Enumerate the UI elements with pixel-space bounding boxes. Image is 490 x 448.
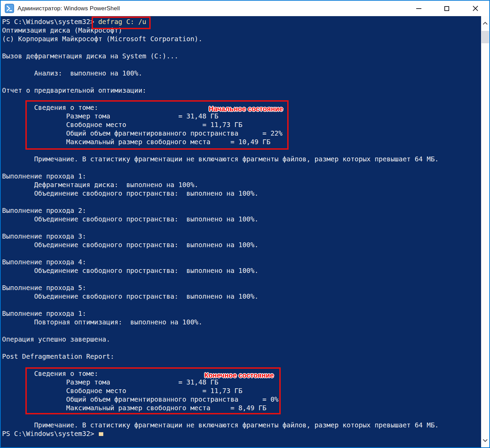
console-line: Размер тома = 31,48 ГБ xyxy=(2,378,481,387)
console-line: Выполнение прохода 1: xyxy=(2,172,481,181)
maximize-icon xyxy=(444,6,449,11)
console-line xyxy=(2,163,481,172)
console-line: Общий объем фрагментированного пространс… xyxy=(2,395,481,404)
console-line: Операция успешно завершена. xyxy=(2,335,481,344)
console-line: Размер тома = 31,48 ГБ xyxy=(2,112,481,120)
console-line: Свободное место = 11,73 ГБ xyxy=(2,387,481,395)
console-line: Выполнение прохода 2: xyxy=(2,206,481,215)
console-line xyxy=(2,301,481,309)
console-line xyxy=(2,43,481,52)
console-line: Максимальный размер свободного места = 1… xyxy=(2,138,481,146)
console-line xyxy=(2,95,481,103)
console-line: Дефрагментация диска: выполнено на 100%. xyxy=(2,181,481,189)
console-line: Выполнение прохода 4: xyxy=(2,258,481,266)
console-line: Общий объем фрагментированного пространс… xyxy=(2,129,481,138)
scrollbar-thumb[interactable] xyxy=(481,31,489,43)
chevron-down-icon xyxy=(482,438,488,443)
console-line: Повторная оптимизация: выполнено на 100%… xyxy=(2,318,481,326)
console-line: Объединение свободного пространства: вып… xyxy=(2,241,481,249)
close-icon xyxy=(472,5,478,11)
scrollbar[interactable] xyxy=(481,16,489,447)
console-output[interactable]: PS C:\Windows\system32> defrag C: /uОпти… xyxy=(1,16,481,447)
console-line: Объединение свободного пространства: вып… xyxy=(2,266,481,275)
console-line xyxy=(2,198,481,206)
close-button[interactable] xyxy=(465,1,486,16)
console-lines: PS C:\Windows\system32> defrag C: /uОпти… xyxy=(2,18,481,438)
chevron-up-icon xyxy=(482,21,488,26)
minimize-button[interactable] xyxy=(408,1,429,16)
console-line: Отчет о предварительной оптимизации: xyxy=(2,86,481,95)
console-line: Примечание. В статистику фрагментации не… xyxy=(2,155,481,163)
console-line xyxy=(2,146,481,155)
console-line: (c) Корпорация Майкрософт (Microsoft Cor… xyxy=(2,35,481,43)
scroll-down-button[interactable] xyxy=(481,434,489,446)
console-line: Объединение свободного пространства: вып… xyxy=(2,189,481,198)
console-line xyxy=(2,223,481,232)
console-line xyxy=(2,361,481,369)
powershell-icon xyxy=(5,4,14,13)
console-line: Максимальный размер свободного места = 8… xyxy=(2,404,481,412)
console-line: Post Defragmentation Report: xyxy=(2,352,481,361)
minimize-icon xyxy=(416,8,421,9)
console-line: PS C:\Windows\system32> xyxy=(2,429,481,438)
text-cursor xyxy=(99,432,103,436)
console-line: Вызов дефрагментация диска на System (C:… xyxy=(2,52,481,60)
console-line xyxy=(2,78,481,86)
window-title: Администратор: Windows PowerShell xyxy=(18,5,120,12)
scroll-up-button[interactable] xyxy=(481,18,489,29)
console-line xyxy=(2,412,481,421)
console-line xyxy=(2,275,481,284)
powershell-window: Администратор: Windows PowerShell PS C:\… xyxy=(0,0,490,448)
console-line xyxy=(2,60,481,69)
console-line: Объединение свободного пространства: вып… xyxy=(2,215,481,223)
console-line xyxy=(2,249,481,258)
console-line: PS C:\Windows\system32> defrag C: /u xyxy=(2,18,481,26)
console-line: Выполнение прохода 3: xyxy=(2,232,481,241)
console-line: Свободное место = 11,73 ГБ xyxy=(2,120,481,129)
console-line: Сведения о томе: xyxy=(2,369,481,378)
console-line: Сведения о томе: xyxy=(2,103,481,112)
console-line: Оптимизация диска (Майкрософт) xyxy=(2,26,481,35)
console-line xyxy=(2,326,481,335)
console-line xyxy=(2,344,481,352)
console-line: Анализ: выполнено на 100%. xyxy=(2,69,481,78)
maximize-button[interactable] xyxy=(436,1,457,16)
console-line: Выполнение прохода 1: xyxy=(2,309,481,318)
console-line: Примечание. В статистику фрагментации не… xyxy=(2,421,481,429)
console-line: Выполнение прохода 5: xyxy=(2,284,481,292)
console-line: Объединение свободного пространства: вып… xyxy=(2,292,481,301)
